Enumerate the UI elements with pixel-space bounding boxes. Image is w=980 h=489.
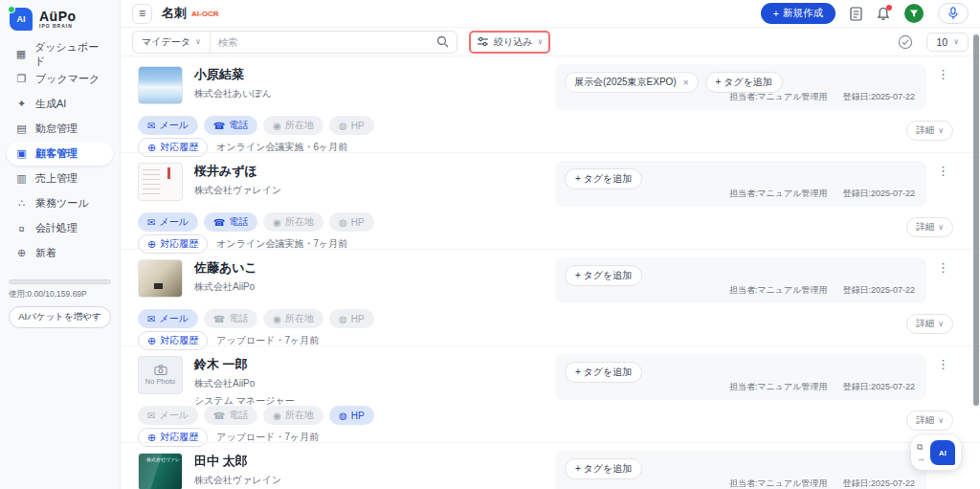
channel-chips: ✉ メール ☎ 電話 ◉ 所在地 ◍ HP xyxy=(138,212,374,232)
mail-chip[interactable]: ✉ メール xyxy=(138,406,198,425)
ai-assistant-button[interactable]: AI xyxy=(930,440,955,465)
filter-highlight-box: 絞り込み ∨ xyxy=(469,31,550,54)
details-button[interactable]: 詳細 ∨ xyxy=(906,217,953,237)
sidebar-item-customer-management[interactable]: ▣ 顧客管理 xyxy=(7,142,113,166)
channel-chips: ✉ メール ☎ 電話 ◉ 所在地 ◍ HP xyxy=(138,406,374,425)
registered-date-label: 登録日:2025-07-22 xyxy=(842,188,915,200)
website-chip[interactable]: ◍ HP xyxy=(329,406,374,425)
row-menu-button[interactable]: ⋮ xyxy=(937,360,949,369)
phone-chip[interactable]: ☎ 電話 xyxy=(204,406,257,425)
registered-date-label: 登録日:2025-07-22 xyxy=(842,91,915,103)
business-card-thumbnail[interactable]: No Photo xyxy=(138,356,183,394)
page-size-dropdown[interactable]: 10 ∨ xyxy=(926,33,969,52)
user-avatar[interactable] xyxy=(904,4,924,23)
website-chip[interactable]: ◍ HP xyxy=(329,212,374,232)
channel-chips: ✉ メール ☎ 電話 ◉ 所在地 ◍ HP xyxy=(138,116,374,135)
location-chip[interactable]: ◉ 所在地 xyxy=(263,406,323,425)
generative-ai-icon: ✦ xyxy=(15,98,28,110)
create-new-button[interactable]: + 新規作成 xyxy=(761,3,835,24)
search-scope-dropdown[interactable]: マイデータ ∨ xyxy=(133,32,211,53)
add-tag-button[interactable]: + タグを追加 xyxy=(705,72,783,93)
select-all-check-icon[interactable] xyxy=(898,34,913,50)
sidebar-item-whats-new[interactable]: ⊕ 新着 xyxy=(7,241,113,265)
contact-name: 佐藤あいこ xyxy=(194,259,257,277)
whats-new-icon: ⊕ xyxy=(15,247,28,259)
sidebar-item-generative-ai[interactable]: ✦ 生成AI xyxy=(7,92,113,116)
owner-label: 担当者:マニュアル管理用 xyxy=(729,188,828,200)
menu-toggle-button[interactable]: ≡ xyxy=(132,4,152,24)
contact-company: 株式会社AiiPo xyxy=(194,377,295,390)
sidebar-item-label: 会計処理 xyxy=(35,221,78,235)
add-tag-button[interactable]: + タグを追加 xyxy=(565,362,642,383)
location-chip[interactable]: ◉ 所在地 xyxy=(263,212,323,232)
sidebar-item-accounting[interactable]: ¤ 会計処理 xyxy=(7,216,113,240)
mail-icon: ✉ xyxy=(147,314,155,324)
sidebar-item-business-tools[interactable]: ∴ 業務ツール xyxy=(7,191,113,215)
registered-date-label: 登録日:2025-07-22 xyxy=(842,381,915,393)
business-card-thumbnail[interactable]: No Photo xyxy=(138,66,183,104)
sidebar-item-attendance[interactable]: ▤ 勤怠管理 xyxy=(7,117,113,141)
location-chip[interactable]: ◉ 所在地 xyxy=(263,116,323,135)
page-title: 名刺 xyxy=(162,5,187,22)
open-external-icon[interactable]: ⧉ xyxy=(917,443,925,452)
globe-icon: ◍ xyxy=(339,121,347,131)
sidebar-item-dashboard[interactable]: ▦ ダッシュボード xyxy=(7,42,113,66)
tag-panel: + タグを追加 担当者:マニュアル管理用 登録日:2025-07-22 xyxy=(555,257,926,303)
phone-chip[interactable]: ☎ 電話 xyxy=(204,116,257,135)
add-tag-button[interactable]: + タグを追加 xyxy=(565,265,642,286)
location-pin-icon: ◉ xyxy=(273,121,281,131)
filter-button[interactable]: 絞り込み ∨ xyxy=(477,35,543,49)
search-icon[interactable] xyxy=(429,35,457,48)
add-tag-button[interactable]: + タグを追加 xyxy=(565,168,642,189)
csv-export-icon[interactable] xyxy=(850,7,862,21)
mail-chip[interactable]: ✉ メール xyxy=(138,212,198,232)
phone-chip[interactable]: ☎ 電話 xyxy=(204,212,257,232)
ai-assistant-widget: ⧉ → AI xyxy=(911,435,961,470)
business-card-thumbnail[interactable]: No Photo xyxy=(138,163,183,201)
business-card-thumbnail[interactable]: No Photo xyxy=(138,259,183,298)
contact-row: No Photo 鈴木 一郎 株式会社AiiPo システム マネージャー ✉ メ… xyxy=(121,345,980,442)
tag-chip[interactable]: 展示会(2025東京EXPO)× xyxy=(565,72,699,93)
contact-name: 鈴木 一郎 xyxy=(194,356,295,373)
sidebar-item-bookmarks[interactable]: ❐ ブックマーク xyxy=(7,67,113,91)
mail-icon: ✉ xyxy=(147,411,155,421)
website-chip[interactable]: ◍ HP xyxy=(329,116,374,135)
details-button[interactable]: 詳細 ∨ xyxy=(906,411,953,431)
location-chip[interactable]: ◉ 所在地 xyxy=(263,309,323,328)
attendance-icon: ▤ xyxy=(15,122,28,135)
sidebar: AI AüPo IPO BRAIN ▦ ダッシュボード ❐ ブックマーク ✦ 生… xyxy=(0,0,121,489)
voice-input-button[interactable] xyxy=(938,3,969,24)
phone-icon: ☎ xyxy=(213,314,225,324)
owner-label: 担当者:マニュアル管理用 xyxy=(729,91,828,103)
search-bar: マイデータ ∨ xyxy=(132,31,457,54)
arrow-right-icon[interactable]: → xyxy=(917,455,925,463)
contact-company: 株式会社ヴァレイン xyxy=(194,474,281,487)
notifications-bell-icon[interactable] xyxy=(877,7,890,21)
row-menu-button[interactable]: ⋮ xyxy=(937,70,949,79)
business-card-thumbnail[interactable]: No Photo xyxy=(138,453,183,489)
search-input[interactable] xyxy=(211,36,429,48)
row-menu-button[interactable]: ⋮ xyxy=(937,263,949,273)
details-button[interactable]: 詳細 ∨ xyxy=(906,314,953,334)
vertical-scrollbar[interactable] xyxy=(973,34,979,406)
mail-chip[interactable]: ✉ メール xyxy=(138,116,198,135)
add-ai-packets-button[interactable]: AIパケットを増やす xyxy=(9,306,111,328)
add-tag-button[interactable]: + タグを追加 xyxy=(565,458,642,479)
phone-chip[interactable]: ☎ 電話 xyxy=(204,309,257,328)
sidebar-item-sales[interactable]: ▥ 売上管理 xyxy=(7,167,113,190)
usage-section: 使用:0.00/10,159.69P AIパケットを増やす xyxy=(0,272,120,328)
contact-company: 株式会社AiiPo xyxy=(194,280,257,294)
mail-chip[interactable]: ✉ メール xyxy=(138,309,198,328)
registered-date-label: 登録日:2025-07-22 xyxy=(842,478,915,489)
details-button[interactable]: 詳細 ∨ xyxy=(906,121,953,141)
sidebar-menu: ▦ ダッシュボード ❐ ブックマーク ✦ 生成AI ▤ 勤怠管理 ▣ 顧客管理 … xyxy=(0,36,120,272)
tag-remove-button[interactable]: × xyxy=(683,78,689,88)
row-menu-button[interactable]: ⋮ xyxy=(937,167,949,176)
phone-icon: ☎ xyxy=(213,411,225,421)
toolbar: マイデータ ∨ 絞り込み ∨ 10 ∨ xyxy=(121,28,980,56)
contact-name: 小原結菜 xyxy=(194,66,272,83)
tag-panel: + タグを追加 担当者:マニュアル管理用 登録日:2025-07-22 xyxy=(555,161,926,207)
brand[interactable]: AI AüPo IPO BRAIN xyxy=(0,0,120,36)
sidebar-item-label: 売上管理 xyxy=(35,171,78,186)
website-chip[interactable]: ◍ HP xyxy=(329,309,374,328)
